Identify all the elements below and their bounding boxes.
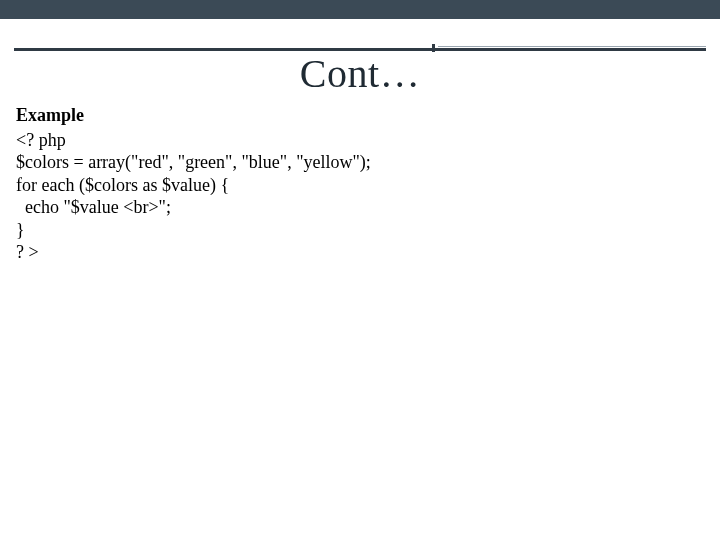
header-band xyxy=(0,0,720,19)
slide: Cont… Example <? php $colors = array("re… xyxy=(0,0,720,540)
example-label: Example xyxy=(16,104,704,127)
divider-thin xyxy=(438,46,706,47)
body: Example <? php $colors = array("red", "g… xyxy=(16,104,704,264)
code-block: <? php $colors = array("red", "green", "… xyxy=(16,129,704,264)
slide-title: Cont… xyxy=(0,50,720,97)
